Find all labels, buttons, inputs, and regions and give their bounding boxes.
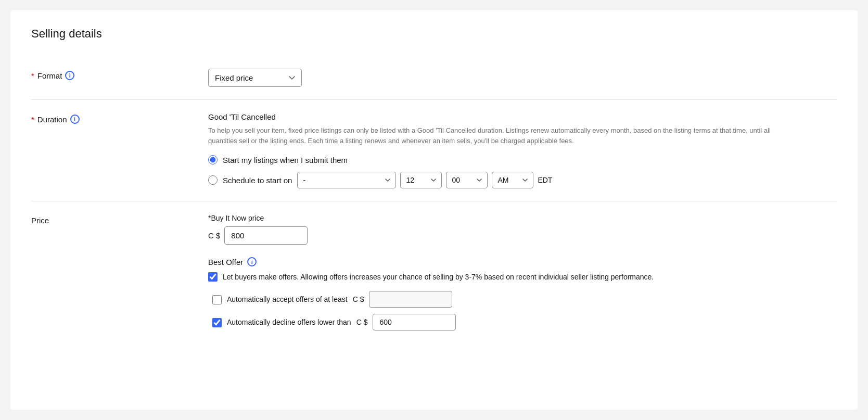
duration-row: *Duration i Good 'Til Cancelled To help … [31,100,837,201]
auto-accept-input[interactable] [369,291,452,308]
schedule-ampm-select[interactable]: AM PM [492,172,533,188]
best-offer-checkbox-row: Let buyers make offers. Allowing offers … [208,272,837,283]
page-title: Selling details [31,27,837,41]
auto-decline-label: Automatically decline offers lower than [227,318,351,326]
auto-options: Automatically accept offers of at least … [212,291,837,330]
schedule-minute-select[interactable]: 00 [446,172,488,188]
schedule-radio[interactable] [208,175,218,185]
timezone-label: EDT [538,176,552,184]
duration-description: To help you sell your item, fixed price … [208,125,781,146]
best-offer-section: Best Offer i Let buyers make offers. All… [208,257,837,330]
price-field-content: *Buy It Now price C $ Best Offer i Let b… [208,214,837,330]
auto-accept-row: Automatically accept offers of at least … [212,291,837,308]
currency-label: C $ [208,231,220,240]
schedule-hour-select[interactable]: 12 [400,172,442,188]
format-field-content: Fixed price Auction [208,69,837,87]
start-immediately-label: Start my listings when I submit them [223,156,348,164]
duration-required-star: * [31,115,34,124]
auto-decline-input[interactable] [373,314,456,330]
price-label: Price [31,214,208,225]
best-offer-title: Best Offer [208,258,243,266]
schedule-label: Schedule to start on [223,176,292,185]
duration-title: Good 'Til Cancelled [208,112,837,121]
start-immediately-radio[interactable] [208,155,218,164]
schedule-option: Schedule to start on - 12 00 [208,172,837,188]
format-row: *Format i Fixed price Auction [31,56,837,100]
best-offer-checkbox[interactable] [208,272,218,282]
start-immediately-option: Start my listings when I submit them [208,155,837,164]
best-offer-checkbox-label: Let buyers make offers. Allowing offers … [223,272,654,283]
start-radio-group: Start my listings when I submit them Sch… [208,155,837,188]
format-select[interactable]: Fixed price Auction [208,69,302,87]
format-info-icon[interactable]: i [65,71,74,80]
format-label: *Format i [31,69,208,80]
duration-label: *Duration i [31,112,208,124]
best-offer-header: Best Offer i [208,257,837,266]
duration-info-icon[interactable]: i [70,114,80,124]
auto-decline-currency: C $ [356,318,368,326]
selling-details-panel: Selling details *Format i Fixed price Au… [10,10,858,410]
price-row: Price *Buy It Now price C $ Best Offer i… [31,201,837,343]
schedule-controls: - 12 00 AM PM EDT [297,172,552,188]
schedule-date-select[interactable]: - [297,172,396,188]
format-required-star: * [31,71,34,80]
auto-decline-checkbox[interactable] [212,318,222,327]
best-offer-info-icon[interactable]: i [247,257,257,266]
form-section: *Format i Fixed price Auction *Duration … [31,56,837,343]
auto-accept-checkbox[interactable] [212,295,222,304]
price-input[interactable] [224,226,308,245]
auto-decline-row: Automatically decline offers lower than … [212,314,837,330]
buy-it-now-label: *Buy It Now price [208,214,837,222]
duration-field-content: Good 'Til Cancelled To help you sell you… [208,112,837,188]
auto-accept-currency: C $ [353,295,364,303]
auto-accept-label: Automatically accept offers of at least [227,295,348,303]
price-input-row: C $ [208,226,837,245]
